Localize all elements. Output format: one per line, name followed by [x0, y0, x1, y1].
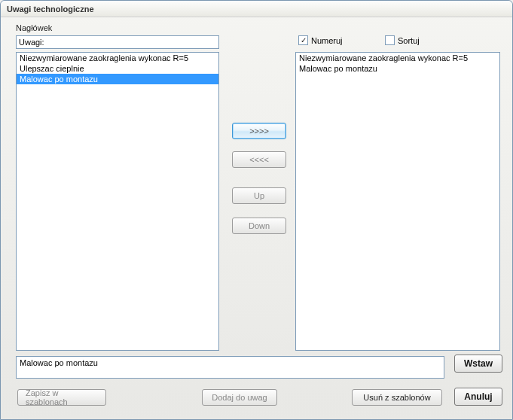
sort-label: Sortuj — [398, 36, 420, 45]
dialog-window: Uwagi technologiczne Nagłówek ✓ Numeruj … — [0, 0, 513, 420]
titlebar: Uwagi technologiczne — [1, 1, 512, 17]
save-templates-button: Zapisz w szablonach — [17, 389, 106, 406]
numbering-checkbox[interactable]: ✓ Numeruj — [298, 35, 343, 45]
move-left-button: <<<< — [232, 151, 286, 168]
right-list[interactable]: Niezwymiarowane zaokraglenia wykonac R=5… — [295, 52, 500, 351]
remove-templates-button[interactable]: Usuń z szablonów — [352, 389, 442, 406]
client-area: Nagłówek ✓ Numeruj Sortuj Niezwymiarowan… — [1, 17, 512, 419]
cancel-button[interactable]: Anuluj — [454, 388, 502, 406]
checkbox-box-icon: ✓ — [298, 35, 308, 45]
edit-textarea[interactable] — [16, 356, 444, 379]
numbering-label: Numeruj — [311, 36, 343, 45]
move-up-button: Up — [232, 187, 286, 204]
insert-button[interactable]: Wstaw — [454, 355, 502, 373]
list-item[interactable]: Niezwymiarowane zaokraglenia wykonac R=5 — [296, 53, 499, 63]
list-item[interactable]: Malowac po montazu — [17, 74, 218, 84]
move-right-button[interactable]: >>>> — [232, 123, 286, 139]
checkbox-box-icon — [385, 35, 395, 45]
add-to-notes-button: Dodaj do uwag — [202, 389, 277, 406]
list-item[interactable]: Ulepszac cieplnie — [17, 63, 218, 74]
list-item[interactable]: Malowac po montazu — [296, 63, 499, 74]
header-input[interactable] — [16, 35, 219, 49]
header-label: Nagłówek — [16, 23, 52, 32]
left-list[interactable]: Niezwymiarowane zaokraglenia wykonac R=5… — [16, 52, 219, 351]
window-title: Uwagi technologiczne — [7, 5, 94, 14]
move-down-button: Down — [232, 218, 286, 234]
sort-checkbox[interactable]: Sortuj — [385, 35, 420, 45]
list-item[interactable]: Niezwymiarowane zaokraglenia wykonac R=5 — [17, 53, 218, 63]
